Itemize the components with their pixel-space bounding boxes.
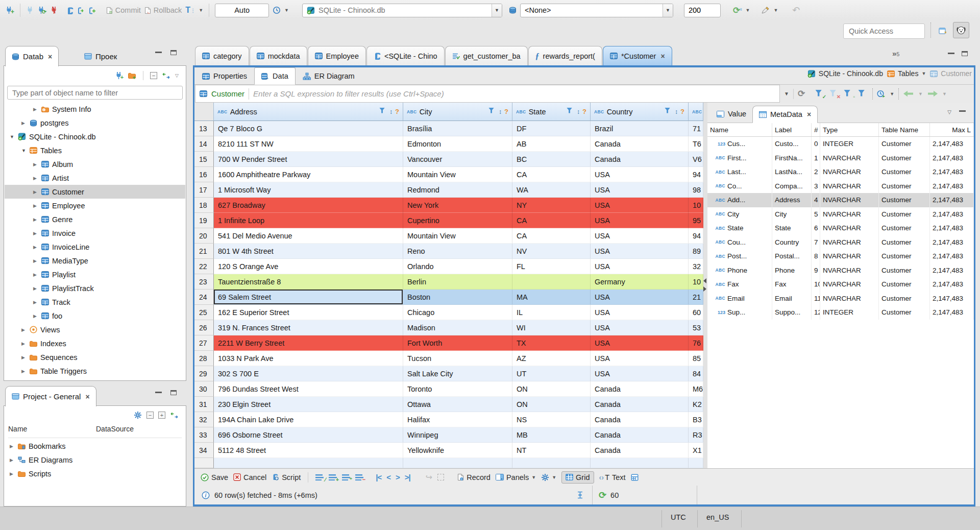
meta-row-email[interactable]: ABCEmailEmail11NVARCHARCustomer2,147,483 bbox=[707, 292, 974, 306]
new-connection-icon[interactable]: + bbox=[5, 5, 14, 15]
statusbar-locale[interactable]: en_US bbox=[706, 513, 729, 521]
row-number[interactable]: 15 bbox=[194, 152, 214, 167]
grid-cell[interactable]: NY bbox=[512, 198, 591, 213]
remove-filter-icon[interactable]: ✕ bbox=[829, 90, 840, 98]
close-icon[interactable]: × bbox=[660, 52, 665, 60]
collapse-all-icon[interactable]: − bbox=[146, 412, 154, 419]
subtab-er-diagram[interactable]: ER Diagram bbox=[296, 67, 362, 85]
next-row-icon[interactable]: > bbox=[396, 473, 400, 481]
save-filter-icon[interactable]: ▫ bbox=[844, 90, 854, 98]
minimize-editor-icon[interactable] bbox=[948, 52, 954, 54]
filter-history-icon[interactable]: ▼ bbox=[784, 91, 789, 97]
row-number[interactable]: 28 bbox=[194, 351, 214, 366]
tree-item-sequences[interactable]: ▶Sequences bbox=[5, 350, 185, 364]
project-item-er-diagrams[interactable]: ▶ER Diagrams bbox=[5, 453, 185, 467]
row-number[interactable]: 24 bbox=[194, 290, 214, 305]
editor-tab-mockdata[interactable]: mockdata bbox=[250, 46, 307, 65]
grid-cell[interactable]: 98 bbox=[689, 182, 703, 198]
expand-arrow-icon[interactable]: ▶ bbox=[21, 369, 27, 374]
grid-cell[interactable]: TX bbox=[512, 335, 591, 351]
refresh-caret-icon[interactable]: ▼ bbox=[746, 8, 750, 13]
grid-cell[interactable]: X1 bbox=[689, 443, 703, 458]
grid-cell[interactable]: 1033 N Park Ave bbox=[214, 351, 403, 366]
connection-select[interactable]: SQLite - Chinook.db ▼ bbox=[302, 4, 502, 17]
grid-cell[interactable]: NS bbox=[512, 412, 591, 427]
row-number[interactable]: 16 bbox=[194, 167, 214, 182]
row-number[interactable]: 23 bbox=[194, 274, 214, 290]
column-sort-icon[interactable]: ↕ bbox=[499, 108, 502, 115]
project-col-name[interactable]: Name bbox=[8, 425, 96, 438]
meta-row-custo[interactable]: 123Cus...Custo...0INTEGERCustomer2,147,4… bbox=[707, 137, 974, 151]
meta-row-fax[interactable]: ABCFaxFax10NVARCHARCustomer2,147,483 bbox=[707, 277, 974, 292]
commit-mode-select[interactable]: Auto bbox=[215, 4, 269, 17]
row-number[interactable]: 25 bbox=[194, 305, 214, 320]
breadcrumb-sqlite-chinook-db[interactable]: SQLite - Chinook.db bbox=[807, 69, 883, 78]
expand-arrow-icon[interactable]: ▶ bbox=[33, 217, 38, 222]
grid-cell[interactable]: Brasília bbox=[403, 121, 512, 136]
row-number[interactable]: 19 bbox=[194, 213, 214, 228]
gear-icon[interactable] bbox=[134, 411, 142, 419]
grid-cell[interactable]: Edmonton bbox=[403, 136, 512, 152]
grid-cell[interactable]: Canada bbox=[591, 397, 689, 412]
grid-cell[interactable]: USA bbox=[591, 198, 689, 213]
grid-cell[interactable]: USA bbox=[591, 167, 689, 182]
fetch-size-icon[interactable] bbox=[576, 491, 584, 499]
column-filter-icon[interactable] bbox=[379, 108, 387, 116]
row-number[interactable] bbox=[194, 458, 214, 468]
row-number[interactable]: 34 bbox=[194, 443, 214, 458]
tree-item-foo[interactable]: ▶foo bbox=[5, 309, 185, 323]
more-tabs-indicator[interactable]: »5 bbox=[892, 49, 899, 58]
grid-cell[interactable]: Mountain View bbox=[403, 228, 512, 244]
minimize-view-icon[interactable] bbox=[155, 391, 162, 393]
grid-cell[interactable]: Qe 7 Bloco G bbox=[214, 121, 403, 136]
grid-cell[interactable]: CA bbox=[512, 213, 591, 228]
grid-cell[interactable]: AZ bbox=[512, 351, 591, 366]
expand-arrow-icon[interactable]: ▶ bbox=[33, 245, 38, 250]
tree-item-invoiceline[interactable]: ▶InvoiceLine bbox=[5, 240, 185, 254]
project-item-bookmarks[interactable]: ▶Bookmarks bbox=[5, 439, 185, 453]
tree-item-invoice[interactable]: ▶Invoice bbox=[5, 226, 185, 240]
edit-row-icon[interactable]: ∕ bbox=[315, 474, 324, 480]
grid-cell[interactable]: 302 S 700 E bbox=[214, 366, 403, 381]
filter-table-name[interactable]: Customer bbox=[211, 89, 244, 98]
grid-cell[interactable]: M6 bbox=[689, 381, 703, 397]
calc-panel-icon[interactable] bbox=[631, 474, 639, 481]
back-caret-icon[interactable]: ▼ bbox=[918, 91, 923, 97]
meta-row-postal[interactable]: ABCPost...Postal...8NVARCHARCustomer2,14… bbox=[707, 249, 974, 263]
rollback-button[interactable]: Rollback bbox=[144, 6, 182, 14]
grid-cell[interactable]: IL bbox=[512, 305, 591, 320]
grid-cell[interactable] bbox=[512, 458, 591, 468]
grid-cell[interactable]: 53 bbox=[689, 320, 703, 335]
grid-cell[interactable]: Berlin bbox=[403, 274, 512, 290]
sql-filter-input[interactable] bbox=[253, 89, 775, 98]
grid-cell[interactable]: WI bbox=[512, 320, 591, 335]
open-perspective-button[interactable] bbox=[935, 22, 951, 39]
apply-filter-icon[interactable]: ✓ bbox=[815, 90, 825, 98]
meta-column-type[interactable]: Type bbox=[820, 123, 879, 136]
panel-sash[interactable] bbox=[703, 103, 707, 468]
tree-item-artist[interactable]: ▶Artist bbox=[5, 171, 185, 185]
meta-row-phone[interactable]: ABCPhonePhone9NVARCHARCustomer2,147,483 bbox=[707, 263, 974, 278]
grid-cell[interactable]: Madison bbox=[403, 320, 512, 335]
column-sort-icon[interactable]: ↕ bbox=[577, 108, 580, 115]
grid-cell[interactable]: AB bbox=[512, 136, 591, 152]
meta-column-label[interactable]: Label bbox=[772, 123, 812, 136]
transaction-history-icon[interactable] bbox=[273, 6, 281, 14]
tab-metadata[interactable]: MetaData × bbox=[752, 106, 818, 123]
tree-item-mediatype[interactable]: ▶MediaType bbox=[5, 254, 185, 268]
grid-cell[interactable]: 71 bbox=[689, 121, 703, 136]
grid-cell[interactable]: CA bbox=[512, 167, 591, 182]
expand-arrow-icon[interactable]: ▶ bbox=[21, 355, 27, 360]
editor-tab-category[interactable]: category bbox=[195, 46, 249, 65]
row-number[interactable]: 18 bbox=[194, 198, 214, 213]
close-icon[interactable]: × bbox=[807, 110, 811, 118]
grid-cell[interactable]: Germany bbox=[591, 274, 689, 290]
grid-cell[interactable]: 76 bbox=[689, 335, 703, 351]
grid-cell[interactable]: Canada bbox=[591, 136, 689, 152]
column-filter-icon[interactable] bbox=[488, 108, 496, 116]
column-help-icon[interactable]: ? bbox=[680, 108, 684, 115]
grid-cell[interactable]: Salt Lake City bbox=[403, 366, 512, 381]
grid-cell[interactable]: 69 Salem Street bbox=[214, 290, 403, 305]
meta-column-max-l[interactable]: Max L bbox=[930, 123, 974, 136]
row-number[interactable]: 32 bbox=[194, 412, 214, 427]
